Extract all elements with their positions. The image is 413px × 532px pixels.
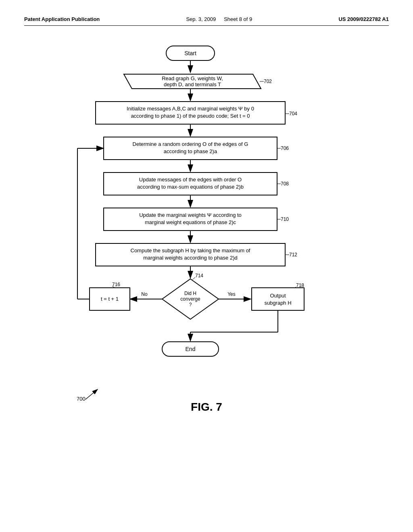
svg-text:?: ? <box>189 302 192 308</box>
svg-text:marginal weights according to : marginal weights according to phase 2)d <box>143 255 237 261</box>
n702-text: Read graph G, weights W, <box>162 75 223 81</box>
page-header: Patent Application Publication Sep. 3, 2… <box>24 16 389 26</box>
ref-708: 708 <box>281 181 289 187</box>
header-left: Patent Application Publication <box>24 16 100 22</box>
n712-text: Compute the subgraph H by taking the max… <box>131 247 250 254</box>
header-date: Sep. 3, 2009 <box>186 16 216 22</box>
page: Patent Application Publication Sep. 3, 2… <box>0 0 413 532</box>
figure-number: 700 <box>77 396 86 402</box>
svg-text:subgraph H: subgraph H <box>264 300 291 306</box>
start-label: Start <box>184 50 196 56</box>
svg-text:Output: Output <box>270 293 286 299</box>
ref-710: 710 <box>281 216 289 222</box>
diagram-container: Start Read graph G, weights W, depth D, … <box>33 38 380 414</box>
ref-712: 712 <box>289 252 297 258</box>
svg-text:according to phase 2)a: according to phase 2)a <box>164 148 217 154</box>
ref-706: 706 <box>281 145 289 151</box>
svg-text:marginal weight equations of p: marginal weight equations of phase 2)c <box>145 219 236 225</box>
yes-label: Yes <box>227 291 236 297</box>
ref-702: 702 <box>264 79 272 84</box>
header-right: US 2009/0222782 A1 <box>338 16 389 22</box>
svg-text:Did H: Did H <box>184 291 196 296</box>
n708-text: Update messages of the edges with order … <box>139 177 242 183</box>
svg-text:depth D, and terminals T: depth D, and terminals T <box>164 81 221 87</box>
node-718 <box>252 288 304 310</box>
svg-text:according to max-sum equations: according to max-sum equations of phase … <box>137 184 244 190</box>
n710-text: Update the marginal weights Ψ according … <box>139 212 242 218</box>
ref-716: 716 <box>112 282 120 287</box>
svg-line-44 <box>86 389 98 399</box>
no-label: No <box>141 291 148 297</box>
flowchart-svg: Start Read graph G, weights W, depth D, … <box>33 38 380 481</box>
figure-label: FIG. 7 <box>33 401 380 414</box>
svg-text:according to phase 1) of the p: according to phase 1) of the pseudo code… <box>131 113 250 119</box>
end-label: End <box>186 346 196 352</box>
svg-line-31 <box>192 277 195 280</box>
figure-caption: FIG. 7 <box>33 401 380 414</box>
header-sheet: Sheet 8 of 9 <box>224 16 252 22</box>
n716-text: t = t + 1 <box>101 296 119 302</box>
ref-714: 714 <box>195 273 203 278</box>
svg-text:converge: converge <box>180 296 200 302</box>
n706-text: Determine a random ordering O of the edg… <box>133 141 248 147</box>
ref-718: 718 <box>296 283 304 288</box>
n704-text: Initialize messages A,B,C and marginal w… <box>127 106 254 112</box>
ref-704: 704 <box>289 111 297 116</box>
